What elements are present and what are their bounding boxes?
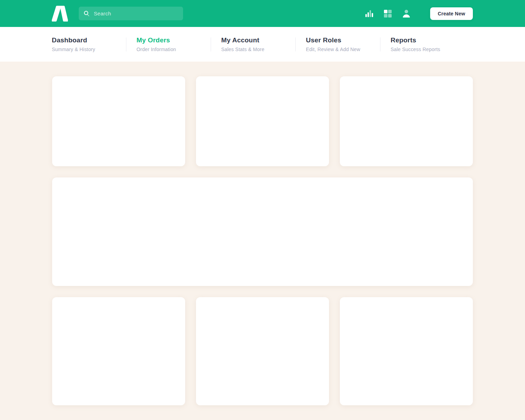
nav-item-subtitle: Order Information	[136, 47, 211, 52]
nav-item-reports[interactable]: Reports Sale Success Reports	[391, 36, 465, 52]
nav-divider	[211, 37, 211, 51]
brand-logo-icon[interactable]	[52, 5, 68, 22]
nav-item-title: My Orders	[136, 36, 211, 44]
card-bottom-2[interactable]	[196, 297, 329, 405]
content-area	[0, 62, 525, 420]
bar-chart-icon[interactable]	[365, 9, 374, 18]
nav-divider	[380, 37, 380, 51]
nav-item-subtitle: Edit, Review & Add New	[306, 47, 380, 52]
nav-item-user-roles[interactable]: User Roles Edit, Review & Add New	[306, 36, 380, 52]
search-input[interactable]	[94, 10, 178, 16]
secondary-nav: Dashboard Summary & History My Orders Or…	[0, 27, 525, 62]
card-top-2[interactable]	[196, 76, 329, 166]
card-top-3[interactable]	[340, 76, 473, 166]
search-icon	[84, 10, 90, 16]
card-bottom-3[interactable]	[340, 297, 473, 405]
nav-item-title: Reports	[391, 36, 465, 44]
search-box[interactable]	[79, 7, 183, 20]
profile-icon[interactable]	[402, 9, 411, 18]
nav-item-subtitle: Sale Success Reports	[391, 47, 465, 52]
nav-divider	[295, 37, 296, 51]
nav-item-dashboard[interactable]: Dashboard Summary & History	[52, 36, 126, 52]
app-header: Create New	[0, 0, 525, 27]
nav-divider	[126, 37, 126, 51]
header-actions: Create New	[365, 7, 473, 20]
grid-icon[interactable]	[383, 9, 392, 18]
create-new-button[interactable]: Create New	[430, 7, 473, 20]
card-top-1[interactable]	[52, 76, 185, 166]
card-bottom-1[interactable]	[52, 297, 185, 405]
nav-item-title: My Account	[221, 36, 295, 44]
nav-item-my-account[interactable]: My Account Sales Stats & More	[221, 36, 295, 52]
nav-item-title: User Roles	[306, 36, 380, 44]
nav-item-title: Dashboard	[52, 36, 126, 44]
nav-item-subtitle: Sales Stats & More	[221, 47, 295, 52]
card-wide[interactable]	[52, 177, 473, 286]
nav-item-my-orders[interactable]: My Orders Order Information	[136, 36, 211, 52]
nav-item-subtitle: Summary & History	[52, 47, 126, 52]
